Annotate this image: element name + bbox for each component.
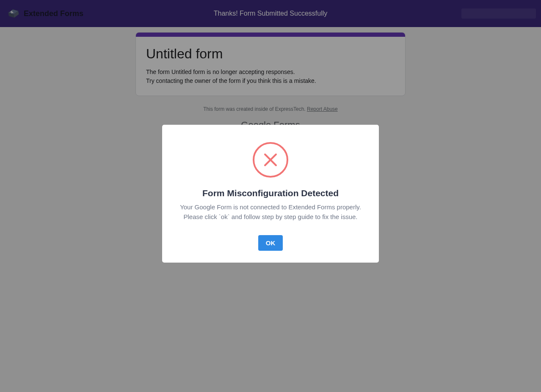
error-modal: Form Misconfiguration Detected Your Goog… (162, 125, 379, 263)
ok-button[interactable]: OK (258, 235, 283, 251)
modal-title: Form Misconfiguration Detected (176, 188, 365, 198)
modal-text: Your Google Form is not connected to Ext… (176, 203, 365, 222)
modal-overlay: Form Misconfiguration Detected Your Goog… (0, 0, 541, 392)
error-icon (252, 142, 289, 178)
